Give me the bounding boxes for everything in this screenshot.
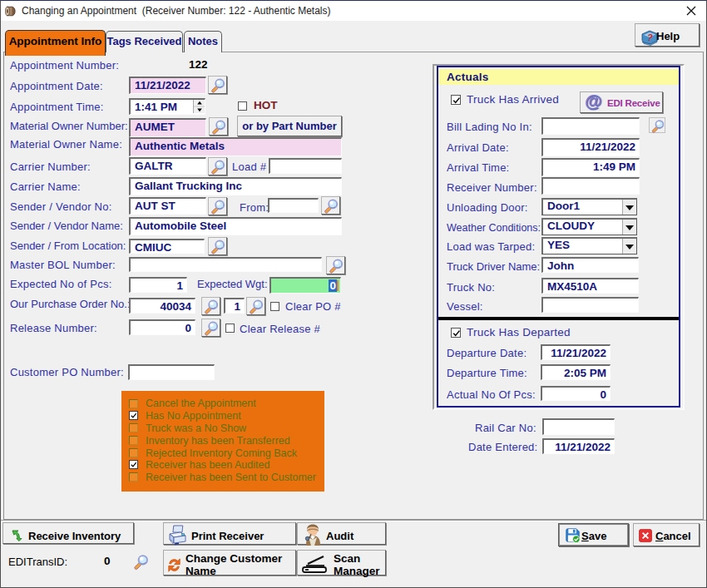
- svg-text:?: ?: [647, 32, 653, 42]
